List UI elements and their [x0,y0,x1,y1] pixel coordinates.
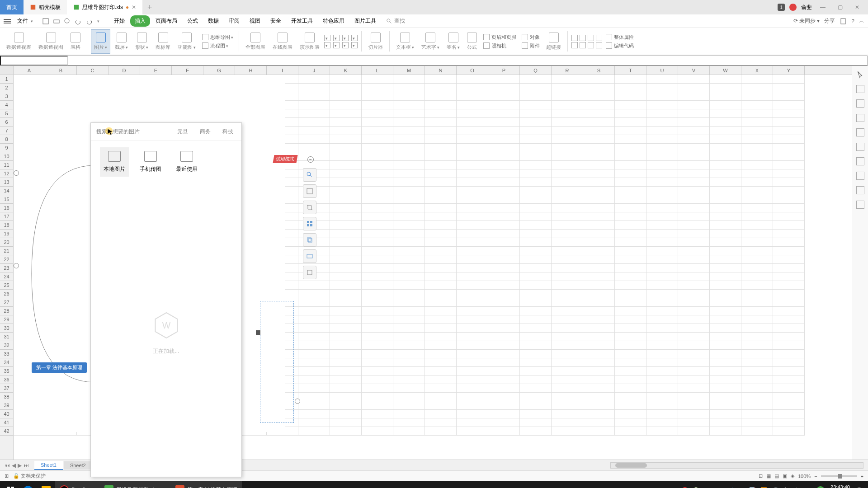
sheet-nav-next[interactable]: ▶ [18,462,22,469]
row-header[interactable]: 33 [0,350,13,358]
col-header[interactable]: M [393,66,425,75]
col-header[interactable]: N [425,66,457,75]
notification-badge[interactable]: 1 [778,4,785,11]
print-icon[interactable] [53,18,60,25]
row-header[interactable]: 3 [0,92,13,101]
menu-tab-picture-tools[interactable]: 图片工具 [350,15,381,27]
col-header[interactable]: S [583,66,615,75]
view-page-icon[interactable]: ▦ [766,473,771,479]
col-header[interactable]: R [552,66,583,75]
option-recent[interactable]: 最近使用 [172,147,201,177]
ribbon-flowchart[interactable]: 流程图 [200,42,235,50]
row-header[interactable]: 8 [0,135,13,144]
control-icon[interactable] [588,35,594,41]
row-header[interactable]: 29 [0,315,13,324]
control-icon[interactable] [571,35,578,41]
row-header[interactable]: 10 [0,152,13,161]
export-tool-icon[interactable] [303,249,316,263]
sidebar-gallery-icon[interactable] [856,99,864,108]
control-icon[interactable] [580,42,586,48]
row-header[interactable]: 34 [0,358,13,367]
ribbon-shapes[interactable]: 形状 [132,29,151,54]
col-header[interactable]: K [330,66,362,75]
col-header[interactable]: G [203,66,235,75]
maximize-button[interactable]: ▢ [834,3,846,12]
formula-input[interactable] [68,56,868,66]
control-icon[interactable] [596,42,602,48]
view-normal-icon[interactable]: ⊡ [759,473,763,479]
row-header[interactable]: 19 [0,230,13,238]
col-header[interactable]: V [678,66,710,75]
ribbon-pivot[interactable]: 数据透视表 [4,29,34,54]
row-header[interactable]: 35 [0,367,13,375]
row-header[interactable]: 16 [0,204,13,212]
tab-document[interactable]: 思维导图打印.xls ● ✕ [67,0,142,14]
file-menu[interactable]: 文件 [14,16,37,26]
tag-business[interactable]: 商务 [197,127,213,136]
tray-360-icon[interactable]: 68 [816,486,825,488]
ribbon-camera[interactable]: 照相机 [481,42,518,50]
zoom-in-button[interactable]: + [861,474,863,479]
tab-home[interactable]: 首页 [0,0,24,14]
ribbon-overall[interactable]: 整体属性 [604,33,636,41]
menu-tab-review[interactable]: 审阅 [224,15,244,27]
tray-ime-icon[interactable]: 中 [794,487,800,488]
sheet-nav-first[interactable]: ⏮ [5,462,10,469]
zoom-level[interactable]: 100% [798,474,811,479]
ribbon-screenshot[interactable]: 截屏 [112,29,131,54]
col-header[interactable]: U [646,66,678,75]
ribbon-iconlib[interactable]: 图标库 [153,29,173,54]
layer-tool-icon[interactable] [303,233,316,247]
col-header[interactable]: O [457,66,488,75]
view-custom-icon[interactable]: ◈ [791,473,794,479]
col-header[interactable]: H [235,66,267,75]
col-header[interactable]: L [362,66,393,75]
control-icon[interactable] [571,42,578,48]
sidebar-style-icon[interactable] [856,85,864,93]
col-header[interactable]: T [615,66,646,75]
control-icon[interactable] [588,42,594,48]
sidebar-share-icon[interactable] [856,157,864,165]
col-header[interactable]: J [298,66,330,75]
quick-more[interactable] [96,18,99,25]
ribbon-hyperlink[interactable]: 超链接 [543,29,564,54]
row-header[interactable]: 25 [0,281,13,290]
settings-tool-icon[interactable] [303,266,316,279]
row-header[interactable]: 15 [0,195,13,204]
row-header[interactable]: 30 [0,324,13,333]
row-header[interactable]: 2 [0,84,13,92]
ribbon-mindmap[interactable]: 思维导图 [200,33,235,41]
menu-tab-insert[interactable]: 插入 [130,15,150,27]
sheet-nav-prev[interactable]: ◀ [12,462,16,469]
zoom-slider[interactable] [821,475,857,477]
undo-icon[interactable] [75,18,82,25]
ribbon-textbox[interactable]: 文本框 [393,29,417,54]
ribbon-onlinechart[interactable]: 在线图表 [270,29,295,54]
ribbon-headerfooter[interactable]: 页眉和页脚 [481,33,518,41]
chart-line-icon[interactable] [333,35,340,41]
sidebar-chart-icon[interactable] [856,114,864,122]
row-header[interactable]: 18 [0,221,13,230]
col-header[interactable]: F [172,66,203,75]
row-header[interactable]: 40 [0,410,13,418]
share-button[interactable]: 分享 [824,17,835,25]
cursor-icon[interactable] [856,70,864,79]
chart-combo-icon[interactable] [351,42,358,48]
hamburger-icon[interactable] [4,19,11,23]
ribbon-picture[interactable]: 图片 [91,29,110,54]
tab-template[interactable]: 稻壳模板 [24,0,67,14]
row-header[interactable]: 11 [0,161,13,169]
sidebar-settings-icon[interactable] [856,201,864,209]
ribbon-wordart[interactable]: 艺术字 [419,29,442,54]
horizontal-scrollbar[interactable] [610,462,863,469]
sidebar-filter-icon[interactable] [856,128,864,136]
chart-radar-icon[interactable] [342,42,349,48]
ribbon-attachment[interactable]: 附件 [520,42,542,50]
sheet-tab-1[interactable]: Sheet1 [34,461,63,470]
image-search-input[interactable]: 搜索您想要的图片 [96,128,168,136]
col-header[interactable]: Q [520,66,552,75]
row-header[interactable]: 1 [0,75,13,84]
collapse-ribbon-icon[interactable]: ︿ [859,17,864,25]
row-header[interactable]: 5 [0,109,13,118]
row-header[interactable]: 13 [0,178,13,187]
